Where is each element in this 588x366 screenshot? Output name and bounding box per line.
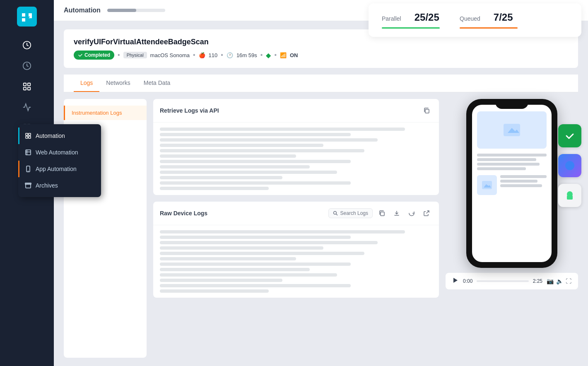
svg-rect-2 bbox=[24, 83, 26, 86]
phone-notch bbox=[495, 99, 528, 109]
raw-device-logs-lines bbox=[153, 225, 439, 298]
retrieve-logs-header: Retrieve Logs via API bbox=[153, 99, 439, 123]
log-line bbox=[160, 181, 351, 185]
svg-point-28 bbox=[333, 212, 336, 214]
tab-networks[interactable]: Networks bbox=[99, 75, 137, 92]
app-icons bbox=[558, 124, 581, 207]
camera-icon[interactable]: 📷 bbox=[547, 278, 554, 284]
count-label: 110 bbox=[209, 52, 218, 58]
tab-logs[interactable]: Logs bbox=[74, 75, 99, 92]
clock-icon: 🕐 bbox=[227, 52, 233, 58]
dropdown-item-web-automation[interactable]: Web Automation bbox=[18, 144, 101, 161]
external-link-icon[interactable] bbox=[421, 207, 432, 219]
apple-icon: 🍎 bbox=[199, 52, 205, 58]
status-badge-label: Completed bbox=[84, 52, 110, 58]
dropdown-menu: Automation Web Automation App Automation… bbox=[18, 124, 101, 197]
retrieve-logs-panel: Retrieve Logs via API bbox=[153, 99, 439, 195]
android-app-icon[interactable] bbox=[558, 184, 581, 207]
os-label: macOS Sonoma bbox=[150, 52, 190, 58]
log-line bbox=[160, 187, 269, 190]
phone-text-line bbox=[500, 180, 537, 183]
svg-marker-36 bbox=[453, 278, 458, 283]
log-line bbox=[160, 268, 310, 271]
svg-rect-4 bbox=[24, 87, 26, 90]
sidebar-item-analytics[interactable] bbox=[0, 99, 54, 116]
top-bar-title: Automation bbox=[64, 7, 101, 14]
phone-text-lines-1 bbox=[477, 154, 547, 170]
sidebar-item-history[interactable] bbox=[0, 57, 54, 75]
phone-small-row bbox=[477, 175, 547, 195]
log-line bbox=[160, 241, 378, 244]
log-search[interactable]: Search Logs bbox=[328, 208, 373, 218]
tab-metadata[interactable]: Meta Data bbox=[137, 75, 177, 92]
log-line bbox=[160, 236, 351, 239]
stats-card: Parallel 25/25 Queued 7/25 bbox=[369, 3, 581, 37]
search-placeholder: Search Logs bbox=[340, 210, 368, 216]
content-area: verifyUIForVirtualAttendeeBadgeScan Comp… bbox=[54, 21, 588, 366]
refresh-logs-icon[interactable] bbox=[406, 207, 417, 219]
queued-stat: Queued 7/25 bbox=[460, 12, 518, 29]
queued-value: 7/25 bbox=[494, 12, 513, 23]
video-controls: 0:00 2:25 📷 🔈 ⛶ bbox=[446, 273, 578, 289]
toggle-label: ON bbox=[290, 52, 298, 58]
separator-dot-5: • bbox=[274, 51, 277, 59]
log-sidebar-item-instrumentation[interactable]: Instrumentation Logs bbox=[64, 106, 147, 120]
dropdown-item-archives-label: Archives bbox=[36, 182, 58, 189]
separator-dot-2: • bbox=[193, 51, 195, 59]
phone-text-line bbox=[477, 167, 526, 170]
check-icon: ◆ bbox=[266, 51, 271, 59]
svg-rect-17 bbox=[29, 133, 31, 135]
dropdown-item-automation[interactable]: Automation bbox=[18, 128, 101, 144]
edge-app-icon[interactable] bbox=[558, 154, 581, 177]
phone-text-lines-2 bbox=[500, 175, 547, 187]
svg-line-29 bbox=[336, 214, 337, 215]
phone-text-line bbox=[477, 163, 540, 166]
top-bar-progress-fill bbox=[107, 9, 136, 12]
phone-image-1 bbox=[477, 111, 547, 149]
dropdown-item-app-automation-label: App Automation bbox=[36, 166, 77, 172]
parallel-stat: Parallel 25/25 bbox=[382, 12, 440, 29]
sidebar-item-automation[interactable] bbox=[0, 78, 54, 95]
copy-logs-icon[interactable] bbox=[376, 207, 388, 219]
svg-point-37 bbox=[565, 161, 574, 170]
raw-device-logs-panel: Raw Device Logs Search Logs bbox=[153, 202, 439, 298]
log-line bbox=[160, 230, 405, 234]
log-line bbox=[160, 289, 269, 293]
download-logs-icon[interactable] bbox=[391, 207, 402, 219]
video-scrubber[interactable] bbox=[477, 280, 528, 282]
log-line bbox=[160, 176, 282, 179]
log-line bbox=[160, 252, 364, 255]
svg-rect-5 bbox=[28, 87, 30, 90]
top-bar-progress bbox=[107, 9, 165, 12]
wifi-icon: 📶 bbox=[280, 52, 287, 58]
log-line bbox=[160, 171, 337, 174]
log-line bbox=[160, 257, 296, 260]
queued-bar bbox=[460, 27, 518, 29]
test-title: verifyUIForVirtualAttendeeBadgeScan bbox=[74, 38, 568, 46]
logs-layout: Instrumentation Logs Device Logs Retriev… bbox=[64, 99, 578, 358]
play-button[interactable] bbox=[452, 277, 459, 285]
log-line bbox=[160, 160, 351, 163]
log-panels: Retrieve Logs via API bbox=[153, 99, 439, 358]
svg-rect-3 bbox=[28, 83, 30, 86]
raw-device-logs-actions: Search Logs bbox=[328, 207, 432, 219]
log-line bbox=[160, 128, 405, 131]
raw-device-logs-title: Raw Device Logs bbox=[160, 210, 207, 217]
log-line bbox=[160, 165, 310, 169]
dropdown-item-app-automation[interactable]: App Automation bbox=[18, 161, 101, 177]
dropdown-item-automation-label: Automation bbox=[36, 132, 65, 139]
separator-dot-1: • bbox=[118, 51, 120, 59]
sidebar-item-dashboard[interactable] bbox=[0, 36, 54, 54]
log-line bbox=[160, 154, 296, 158]
sidebar-logo[interactable] bbox=[17, 7, 37, 26]
volume-icon[interactable]: 🔈 bbox=[556, 278, 563, 284]
dropdown-item-archives[interactable]: Archives bbox=[18, 177, 101, 194]
fullscreen-icon[interactable]: ⛶ bbox=[566, 278, 571, 284]
video-icons: 📷 🔈 ⛶ bbox=[547, 278, 571, 284]
copy-icon[interactable] bbox=[421, 105, 432, 116]
queued-label: Queued bbox=[460, 15, 480, 22]
log-line bbox=[160, 138, 378, 142]
test-badges: Completed • Physical macOS Sonoma • 🍎 11… bbox=[74, 51, 568, 60]
svg-point-33 bbox=[515, 126, 517, 129]
check-app-icon[interactable] bbox=[558, 124, 581, 147]
